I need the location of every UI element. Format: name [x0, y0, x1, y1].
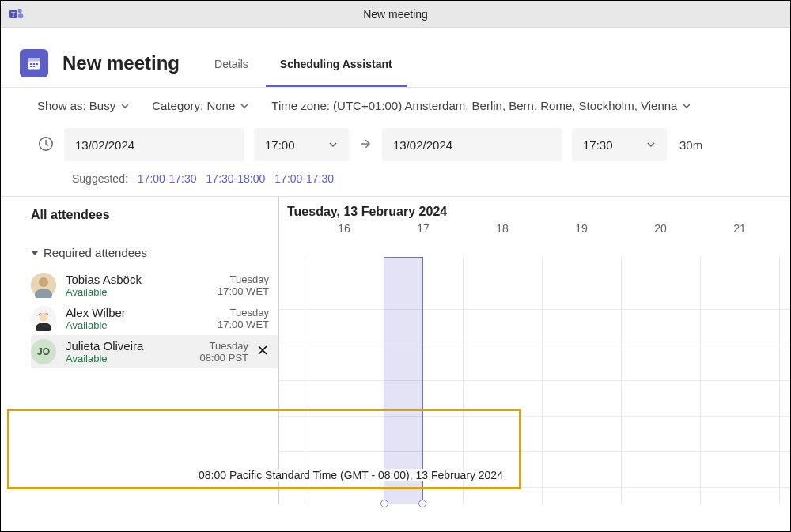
show-as-label: Show as: Busy	[37, 99, 115, 112]
required-attendees-toggle[interactable]: Required attendees	[31, 246, 278, 259]
start-time-value: 17:00	[265, 138, 295, 152]
show-as-dropdown[interactable]: Show as: Busy	[37, 99, 130, 112]
timezone-label: Time zone: (UTC+01:00) Amsterdam, Berlin…	[271, 99, 677, 112]
attendee-panel: All attendees Required attendees Tobias …	[1, 197, 279, 504]
suggested-slot[interactable]: 17:00-17:30	[274, 172, 334, 185]
timezone-dropdown[interactable]: Time zone: (UTC+01:00) Amsterdam, Berlin…	[271, 99, 691, 112]
attendee-localtime: Tuesday 08:00 PST	[200, 340, 248, 364]
all-attendees-heading: All attendees	[31, 208, 278, 222]
grid-body[interactable]	[279, 257, 790, 504]
remove-attendee-button[interactable]	[256, 344, 269, 360]
avatar	[31, 273, 56, 298]
grid-date-heading: Tuesday, 13 February 2024	[279, 197, 790, 222]
attendee-localtime: Tuesday 17:00 WET	[218, 307, 269, 330]
suggested-slot[interactable]: 17:30-18:00	[206, 172, 266, 185]
category-dropdown[interactable]: Category: None	[152, 99, 249, 112]
attendee-row[interactable]: Alex Wilber Available Tuesday 17:00 WET	[31, 302, 278, 335]
svg-rect-3	[18, 13, 24, 18]
chevron-down-icon	[646, 140, 656, 149]
tab-details[interactable]: Details	[200, 58, 263, 87]
window-title: New meeting	[363, 8, 428, 21]
attendee-name: Alex Wilber	[66, 306, 218, 319]
avatar	[31, 306, 56, 331]
chevron-down-icon	[120, 101, 130, 111]
clock-icon	[37, 135, 55, 155]
attendee-localtime: Tuesday 17:00 WET	[218, 274, 269, 297]
svg-rect-5	[28, 58, 40, 61]
teams-app-icon: T	[9, 6, 25, 22]
attendee-name: Julieta Oliveira	[66, 339, 200, 353]
selection-handle-right[interactable]	[418, 500, 426, 507]
attendee-row[interactable]: JO Julieta Oliveira Available Tuesday 08…	[31, 335, 278, 368]
attendee-status: Available	[66, 286, 218, 298]
tab-scheduling-assistant[interactable]: Scheduling Assistant	[266, 58, 407, 87]
required-attendees-label: Required attendees	[44, 246, 147, 259]
chevron-down-icon	[682, 101, 691, 111]
availability-grid[interactable]: Tuesday, 13 February 2024 16 17 18 19 20…	[279, 197, 790, 504]
svg-rect-8	[36, 63, 39, 65]
arrow-right-icon	[358, 137, 373, 153]
svg-text:T: T	[11, 10, 15, 17]
selection-handle-left[interactable]	[380, 500, 388, 507]
suggested-row: Suggested: 17:00-17:30 17:30-18:00 17:00…	[1, 166, 790, 196]
time-selection-band[interactable]	[384, 257, 423, 504]
scheduler: All attendees Required attendees Tobias …	[1, 196, 790, 504]
title-bar: T New meeting	[1, 1, 790, 28]
attendee-row[interactable]: Tobias Asböck Available Tuesday 17:00 WE…	[31, 269, 278, 302]
options-bar: Show as: Busy Category: None Time zone: …	[1, 88, 790, 123]
category-label: Category: None	[152, 99, 235, 112]
svg-point-16	[40, 313, 48, 322]
svg-rect-7	[33, 63, 36, 65]
attendee-status: Available	[66, 319, 218, 331]
end-time-value: 17:30	[583, 138, 613, 152]
chevron-down-icon	[240, 101, 249, 111]
page-header: New meeting Details Scheduling Assistant	[1, 28, 790, 88]
tabs: Details Scheduling Assistant	[200, 39, 407, 87]
triangle-down-icon	[31, 251, 39, 255]
timezone-tooltip: 08:00 Pacific Standard Time (GMT - 08:00…	[194, 469, 508, 481]
calendar-icon	[20, 49, 48, 77]
page-title: New meeting	[62, 52, 180, 74]
avatar: JO	[31, 339, 56, 364]
svg-point-13	[39, 277, 48, 287]
grid-hour-labels: 16 17 18 19 20 21	[279, 222, 790, 235]
end-time-field[interactable]: 17:30	[572, 128, 667, 161]
start-time-field[interactable]: 17:00	[254, 128, 349, 161]
svg-point-2	[18, 9, 22, 13]
chevron-down-icon	[328, 140, 338, 149]
duration-label: 30m	[679, 138, 702, 152]
attendee-status: Available	[66, 353, 200, 364]
svg-rect-10	[33, 65, 36, 66]
svg-rect-6	[30, 63, 32, 65]
suggested-slot[interactable]: 17:00-17:30	[138, 172, 197, 185]
attendee-name: Tobias Asböck	[66, 273, 218, 286]
svg-rect-9	[30, 65, 32, 66]
suggested-label: Suggested:	[72, 172, 128, 185]
time-row: 13/02/2024 17:00 13/02/2024 17:30 30m	[1, 123, 790, 166]
start-date-field[interactable]: 13/02/2024	[64, 128, 244, 161]
end-date-field[interactable]: 13/02/2024	[382, 128, 562, 161]
